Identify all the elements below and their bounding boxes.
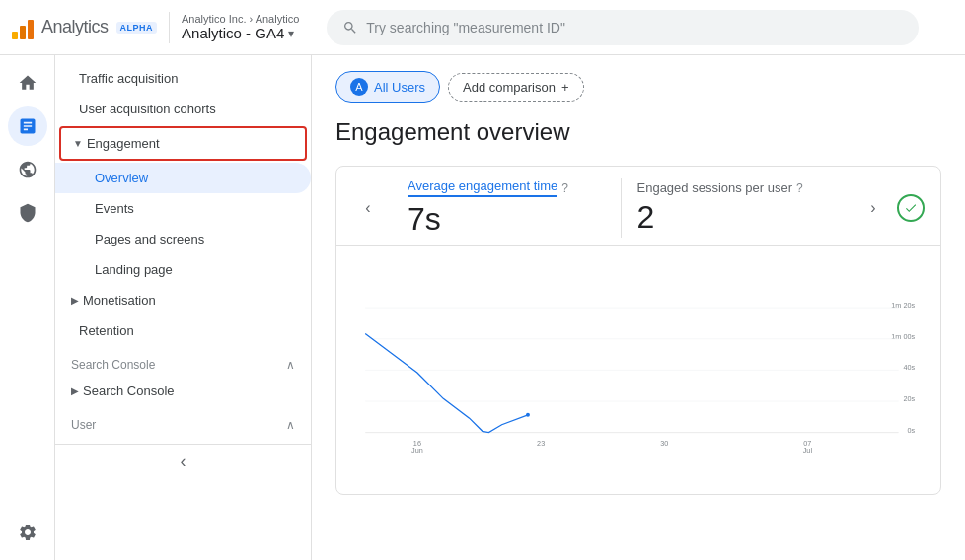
user-group: User ∧: [55, 406, 311, 436]
user-acquisition-label: User acquisition cohorts: [79, 102, 216, 116]
engagement-label: Engagement: [87, 136, 160, 151]
breadcrumb-parent: Analytico Inc.: [182, 13, 246, 25]
chip-avatar: A: [350, 78, 368, 96]
sidebar-item-pages-screens[interactable]: Pages and screens: [55, 224, 311, 254]
add-comparison-label: Add comparison: [463, 80, 556, 95]
user-collapse-icon[interactable]: ∧: [286, 418, 295, 432]
logo-area: Analytics ALPHA: [12, 16, 157, 39]
settings-nav[interactable]: [8, 513, 47, 552]
search-bar[interactable]: Try searching "measurement ID": [327, 10, 919, 45]
content-area: A All Users Add comparison + Engagement …: [312, 55, 965, 560]
sidebar-item-overview[interactable]: Overview: [55, 163, 311, 193]
traffic-acquisition-label: Traffic acquisition: [79, 71, 178, 86]
chart-svg-area: 1m 20s 1m 00s 40s 20s 0s 16 Jun: [336, 246, 940, 494]
chart-svg: 1m 20s 1m 00s 40s 20s 0s 16 Jun: [352, 254, 925, 491]
svg-text:20s: 20s: [903, 394, 915, 403]
retention-label: Retention: [79, 323, 134, 338]
metric2-value: 2: [637, 199, 835, 236]
add-icon: +: [561, 80, 569, 95]
page-title: Engagement overview: [335, 118, 941, 146]
svg-point-16: [526, 413, 530, 417]
sidebar-section-monetisation[interactable]: ▶ Monetisation: [55, 285, 311, 315]
logo-text: Analytics: [41, 17, 109, 37]
sidebar-item-traffic-acquisition[interactable]: Traffic acquisition: [55, 63, 311, 94]
sidebar-item-user-acquisition[interactable]: User acquisition cohorts: [55, 94, 311, 124]
dropdown-icon: ▾: [288, 27, 294, 40]
logo-bar-1: [12, 32, 18, 39]
advertising-nav[interactable]: [8, 193, 47, 233]
breadcrumb-area: Analytico Inc. › Analytico Analytico - G…: [182, 13, 299, 41]
chart-next-button[interactable]: ›: [857, 192, 889, 224]
metric-engaged-sessions: Engaged sessions per user ? 2: [622, 180, 851, 236]
svg-text:Jun: Jun: [411, 446, 423, 455]
svg-text:0s: 0s: [907, 426, 915, 435]
sidebar-section-search-console[interactable]: ▶ Search Console: [55, 376, 311, 406]
logo-icon: [12, 16, 34, 39]
metric2-label: Engaged sessions per user: [637, 180, 793, 195]
search-placeholder: Try searching "measurement ID": [366, 20, 565, 35]
icon-rail: [0, 55, 55, 560]
search-console-group: Search Console ∧: [55, 346, 311, 376]
all-users-chip[interactable]: A All Users: [335, 71, 440, 103]
sidebar-item-landing-page[interactable]: Landing page: [55, 254, 311, 285]
reports-nav[interactable]: [8, 106, 47, 146]
search-console-expand-icon: ▶: [71, 385, 79, 396]
metric2-label-row: Engaged sessions per user ?: [637, 180, 835, 195]
svg-text:1m 20s: 1m 20s: [891, 301, 915, 310]
overview-label: Overview: [95, 171, 148, 185]
breadcrumb-child: Analytico: [256, 13, 300, 25]
metric1-label-row: Average engagement time ?: [408, 178, 605, 197]
metric-engagement-time: Average engagement time ? 7s: [392, 178, 622, 238]
logo-bar-2: [20, 26, 26, 39]
divider: [169, 12, 170, 43]
all-users-label: All Users: [374, 80, 425, 95]
metric1-value: 7s: [408, 201, 605, 238]
filter-bar: A All Users Add comparison +: [335, 71, 941, 103]
chart-prev-button[interactable]: ‹: [352, 192, 384, 224]
explore-nav[interactable]: [8, 150, 47, 189]
alpha-badge: ALPHA: [116, 22, 158, 34]
main-layout: Traffic acquisition User acquisition coh…: [0, 55, 965, 560]
home-nav[interactable]: [8, 63, 47, 103]
svg-text:40s: 40s: [903, 363, 915, 372]
metric1-label: Average engagement time: [408, 178, 557, 197]
chart-header: ‹ Average engagement time ? 7s Engaged s…: [336, 167, 940, 246]
sidebar-item-events[interactable]: Events: [55, 193, 311, 224]
search-icon: [342, 20, 358, 35]
app-name-dropdown[interactable]: Analytico - GA4 ▾: [182, 25, 299, 41]
metric1-help-icon[interactable]: ?: [561, 181, 568, 195]
chart-container: ‹ Average engagement time ? 7s Engaged s…: [335, 166, 941, 495]
sidebar: Traffic acquisition User acquisition coh…: [55, 55, 312, 560]
add-comparison-chip[interactable]: Add comparison +: [448, 73, 584, 102]
pages-screens-label: Pages and screens: [95, 232, 204, 246]
metric2-help-icon[interactable]: ?: [796, 181, 803, 195]
svg-text:1m 00s: 1m 00s: [891, 332, 915, 341]
sidebar-item-retention[interactable]: Retention: [55, 315, 311, 346]
sidebar-section-engagement[interactable]: ▼ Engagement: [61, 128, 305, 159]
search-console-label: Search Console: [83, 384, 175, 398]
monetisation-expand-icon: ▶: [71, 295, 79, 306]
engagement-expand-icon: ▼: [73, 138, 83, 149]
svg-text:Jul: Jul: [803, 446, 813, 455]
breadcrumb-top: Analytico Inc. › Analytico: [182, 13, 299, 25]
topbar: Analytics ALPHA Analytico Inc. › Analyti…: [0, 0, 965, 55]
landing-page-label: Landing page: [95, 262, 173, 277]
collapse-icon: ‹: [181, 452, 186, 472]
svg-text:30: 30: [660, 439, 668, 448]
search-console-collapse-icon[interactable]: ∧: [286, 358, 295, 372]
monetisation-label: Monetisation: [83, 293, 156, 308]
check-status-icon: [897, 194, 925, 222]
app-name: Analytico - GA4: [182, 25, 284, 41]
user-group-label: User: [71, 418, 96, 432]
logo-bar-3: [28, 20, 34, 39]
collapse-sidebar-button[interactable]: ‹: [55, 444, 311, 479]
events-label: Events: [95, 201, 134, 216]
breadcrumb-sep: ›: [250, 13, 254, 25]
svg-text:23: 23: [537, 439, 545, 448]
search-console-group-label: Search Console: [71, 358, 155, 372]
